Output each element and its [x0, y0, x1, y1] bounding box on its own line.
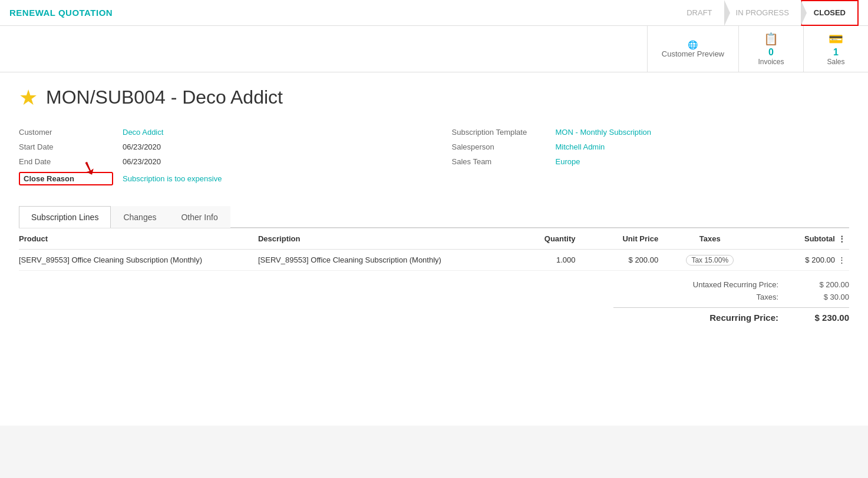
col-header-subtotal: Subtotal — [757, 234, 835, 243]
top-header: RENEWAL QUOTATION DRAFT IN PROGRESS CLOS… — [0, 0, 868, 26]
sales-count: 1 — [833, 47, 839, 58]
invoices-icon: 📋 — [764, 32, 778, 46]
globe-icon: 🌐 — [688, 40, 698, 49]
recurring-price-value: $ 230.00 — [802, 313, 849, 323]
recurring-price-label: Recurring Price: — [649, 313, 778, 323]
row-taxes: Tax 15.00% — [663, 255, 757, 264]
status-bar: DRAFT IN PROGRESS CLOSED — [675, 0, 859, 26]
row-unit-price: $ 200.00 — [580, 255, 664, 264]
total-taxes: Taxes: $ 30.00 — [613, 293, 849, 301]
totals-section: Untaxed Recurring Price: $ 200.00 Taxes:… — [19, 280, 849, 323]
tab-other-info[interactable]: Other Info — [169, 206, 230, 228]
row-quantity: 1.000 — [497, 255, 580, 264]
tab-subscription-lines[interactable]: Subscription Lines — [19, 206, 111, 228]
field-value-customer[interactable]: Deco Addict — [123, 128, 163, 137]
tabs-container: Subscription Lines Changes Other Info — [19, 206, 849, 228]
customer-preview-label: Customer Preview — [662, 49, 724, 58]
invoices-button[interactable]: 📋 0 Invoices — [738, 26, 803, 72]
field-end-date: End Date 06/23/2020 — [19, 154, 417, 169]
field-value-sales-team[interactable]: Europe — [556, 157, 580, 166]
field-subscription-template: Subscription Template MON - Monthly Subs… — [452, 125, 850, 140]
field-value-start-date: 06/23/2020 — [123, 142, 161, 151]
untaxed-recurring-label: Untaxed Recurring Price: — [649, 280, 778, 289]
sales-button[interactable]: 💳 1 Sales — [803, 26, 868, 72]
fields-grid: Customer Deco Addict Start Date 06/23/20… — [19, 125, 849, 188]
col-header-actions: ⋮ — [835, 234, 849, 243]
status-closed[interactable]: CLOSED — [801, 0, 859, 26]
table-row: [SERV_89553] Office Cleaning Subscriptio… — [19, 250, 849, 271]
field-start-date: Start Date 06/23/2020 — [19, 140, 417, 154]
arrow-container: ➘ Subscription is too expensive — [123, 174, 222, 183]
field-label-close-reason: Close Reason — [19, 172, 113, 185]
total-untaxed: Untaxed Recurring Price: $ 200.00 — [613, 280, 849, 289]
smart-buttons-bar: 🌐 Customer Preview 📋 0 Invoices 💳 1 Sale… — [0, 26, 868, 72]
field-salesperson: Salesperson Mitchell Admin — [452, 140, 850, 154]
record-title: ★ MON/SUB004 - Deco Addict — [19, 87, 849, 108]
col-header-description: Description — [258, 234, 497, 243]
record-name: MON/SUB004 - Deco Addict — [46, 87, 283, 108]
taxes-label: Taxes: — [649, 293, 778, 301]
col-header-taxes: Taxes — [663, 234, 757, 243]
row-product: [SERV_89553] Office Cleaning Subscriptio… — [19, 255, 258, 264]
untaxed-recurring-value: $ 200.00 — [802, 280, 849, 289]
taxes-value: $ 30.00 — [802, 293, 849, 301]
row-subtotal: $ 200.00 — [757, 255, 835, 264]
customer-preview-button[interactable]: 🌐 Customer Preview — [647, 26, 738, 72]
invoices-count: 0 — [768, 47, 774, 58]
total-recurring: Recurring Price: $ 230.00 — [613, 307, 849, 323]
row-actions-menu[interactable]: ⋮ — [835, 255, 849, 264]
field-value-salesperson[interactable]: Mitchell Admin — [556, 142, 605, 151]
status-draft[interactable]: DRAFT — [675, 0, 724, 26]
fields-left: Customer Deco Addict Start Date 06/23/20… — [19, 125, 417, 188]
field-label-customer: Customer — [19, 128, 113, 137]
subscription-lines-table: Product Description Quantity Unit Price … — [19, 228, 849, 271]
status-in-progress[interactable]: IN PROGRESS — [724, 0, 801, 26]
sales-icon: 💳 — [829, 32, 843, 46]
tab-changes[interactable]: Changes — [111, 206, 169, 228]
field-label-subscription-template: Subscription Template — [452, 128, 546, 137]
col-header-product: Product — [19, 234, 258, 243]
field-label-sales-team: Sales Team — [452, 157, 546, 166]
field-label-salesperson: Salesperson — [452, 142, 546, 151]
star-icon[interactable]: ★ — [19, 87, 38, 108]
field-value-close-reason[interactable]: Subscription is too expensive — [123, 174, 222, 183]
field-value-end-date: 06/23/2020 — [123, 157, 161, 166]
field-customer: Customer Deco Addict — [19, 125, 417, 140]
field-close-reason: Close Reason ➘ Subscription is too expen… — [19, 169, 417, 188]
tax-badge: Tax 15.00% — [686, 255, 734, 265]
field-label-start-date: Start Date — [19, 142, 113, 151]
field-value-subscription-template[interactable]: MON - Monthly Subscription — [556, 128, 652, 137]
main-content: ★ MON/SUB004 - Deco Addict Customer Deco… — [0, 72, 868, 426]
col-header-unit-price: Unit Price — [580, 234, 664, 243]
table-header: Product Description Quantity Unit Price … — [19, 228, 849, 250]
row-description: [SERV_89553] Office Cleaning Subscriptio… — [258, 255, 497, 264]
field-sales-team: Sales Team Europe — [452, 154, 850, 169]
invoices-label: Invoices — [758, 58, 784, 66]
sales-label: Sales — [827, 58, 844, 66]
fields-right: Subscription Template MON - Monthly Subs… — [452, 125, 850, 188]
app-title: RENEWAL QUOTATION — [9, 8, 113, 18]
col-header-quantity: Quantity — [497, 234, 580, 243]
